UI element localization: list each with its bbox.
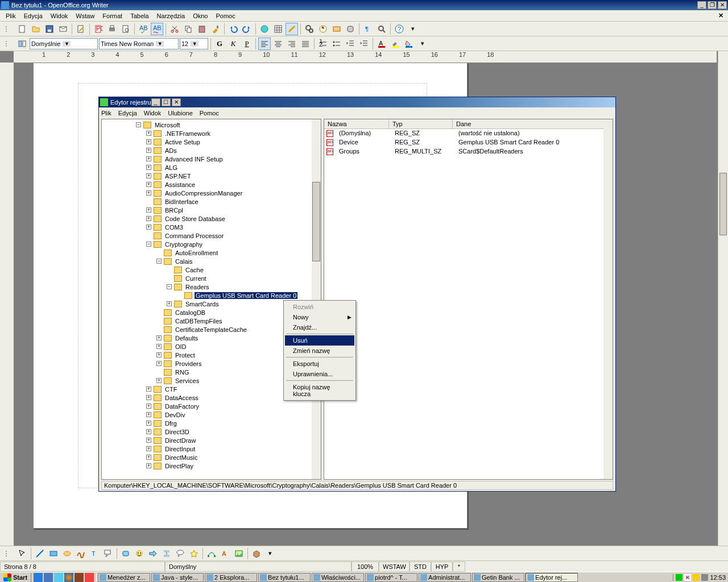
- italic-button[interactable]: K: [227, 38, 239, 50]
- line-button[interactable]: [34, 547, 46, 560]
- points-button[interactable]: [205, 547, 218, 560]
- bgcolor-button[interactable]: [403, 38, 415, 50]
- hyperlink-button[interactable]: [258, 23, 271, 35]
- menu-widok[interactable]: Widok: [47, 11, 72, 20]
- undo-button[interactable]: [227, 23, 239, 35]
- doc-close-button[interactable]: ✕: [716, 12, 726, 19]
- values-scrollbar[interactable]: [603, 119, 613, 479]
- value-row[interactable]: (Domyślna)REG_SZ(wartość nie ustalona): [324, 129, 613, 138]
- menu-format[interactable]: Format: [99, 11, 126, 20]
- task-button[interactable]: Administrat...: [419, 573, 471, 582]
- ellipse-button[interactable]: [61, 547, 73, 560]
- table-button[interactable]: [272, 23, 284, 35]
- highlight-button[interactable]: [389, 38, 402, 50]
- ql-firefox-icon[interactable]: [64, 573, 73, 582]
- scrollbar-thumb[interactable]: [719, 173, 727, 235]
- bold-button[interactable]: G: [213, 38, 226, 50]
- show-draw-button[interactable]: [286, 23, 298, 35]
- tree-node[interactable]: +Active Setup: [103, 138, 320, 146]
- fontsize-combo[interactable]: 12▼: [180, 38, 208, 49]
- menu-okno[interactable]: Okno: [189, 11, 211, 20]
- task-button[interactable]: Java - style...: [151, 573, 204, 582]
- font-color-button[interactable]: A: [375, 38, 388, 50]
- tree-scroll-thumb[interactable]: [312, 182, 320, 261]
- clock[interactable]: 12:53: [710, 574, 726, 581]
- status-hyp[interactable]: HYP: [431, 562, 453, 572]
- print-button[interactable]: [106, 23, 118, 35]
- tray-icon[interactable]: [676, 574, 682, 581]
- task-button[interactable]: Właściwości...: [312, 573, 364, 582]
- tree-node[interactable]: +DirectPlay: [103, 462, 320, 470]
- from-file-button[interactable]: [233, 547, 245, 560]
- ctx-permissions[interactable]: Uprawnienia...: [285, 369, 354, 379]
- underline-button[interactable]: P: [241, 38, 253, 50]
- copy-button[interactable]: [182, 23, 195, 35]
- tree-node[interactable]: Gemplus USB Smart Card Reader 0: [103, 291, 320, 300]
- arrow-shapes-button[interactable]: [147, 547, 159, 560]
- value-header[interactable]: Nazwa Typ Dane: [324, 119, 613, 129]
- task-button[interactable]: Getin Bank ...: [472, 573, 524, 582]
- tree-node[interactable]: AutoEnrollment: [103, 248, 320, 257]
- menu-tabela[interactable]: Tabela: [127, 11, 152, 20]
- redo-button[interactable]: [241, 23, 253, 35]
- reg-menu-widok[interactable]: Widok: [144, 110, 162, 117]
- vertical-ruler[interactable]: [0, 63, 14, 560]
- tree-node[interactable]: Current: [103, 274, 320, 282]
- menu-edycja[interactable]: Edycja: [20, 11, 46, 20]
- tree-node[interactable]: −Cryptography: [103, 240, 320, 248]
- registry-tree[interactable]: −Microsoft+.NETFramework+Active Setup+AD…: [101, 119, 321, 480]
- status-zoom[interactable]: 100%: [351, 562, 379, 572]
- tree-node[interactable]: −Calais: [103, 257, 320, 265]
- tree-node[interactable]: +DirectInput: [103, 444, 320, 453]
- reg-maximize-button[interactable]: ☐: [162, 98, 171, 106]
- restore-button[interactable]: ❐: [708, 1, 717, 9]
- tree-node[interactable]: +DataFactory: [103, 402, 320, 410]
- indent-button[interactable]: [358, 38, 370, 50]
- tree-node[interactable]: +Assistance: [103, 180, 320, 189]
- menu-narzedzia[interactable]: Narzędzia: [154, 11, 189, 20]
- task-button[interactable]: Edytor rej...: [526, 573, 578, 582]
- reg-menu-plik[interactable]: Plik: [101, 110, 111, 117]
- text-button[interactable]: T: [88, 547, 101, 560]
- tree-node[interactable]: +COM3: [103, 223, 320, 231]
- ql-gimp-icon[interactable]: [75, 573, 84, 582]
- tree-node[interactable]: +ASP.NET: [103, 172, 320, 180]
- basic-shapes-button[interactable]: [119, 547, 132, 560]
- ctx-copy-keyname[interactable]: Kopiuj nazwę klucza: [285, 382, 354, 399]
- preview-button[interactable]: [119, 23, 132, 35]
- reg-menu-ulubione[interactable]: Ulubione: [168, 110, 192, 117]
- toolbar-overflow-icon[interactable]: ▾: [407, 23, 419, 35]
- tree-node[interactable]: +AudioCompressionManager: [103, 189, 320, 197]
- reg-minimize-button[interactable]: _: [151, 98, 160, 106]
- tree-node[interactable]: Command Processor: [103, 231, 320, 240]
- tree-node[interactable]: +Advanced INF Setup: [103, 155, 320, 163]
- reg-menu-pomoc[interactable]: Pomoc: [200, 110, 219, 117]
- format-paintbrush-button[interactable]: [209, 23, 222, 35]
- tree-node[interactable]: −Microsoft: [103, 120, 320, 129]
- reg-menu-edycja[interactable]: Edycja: [118, 110, 137, 117]
- status-style[interactable]: Domyślny: [165, 562, 351, 572]
- horizontal-ruler[interactable]: 123456789101112131415161718: [14, 51, 717, 63]
- close-button[interactable]: ✕: [718, 1, 727, 9]
- callout-shapes-button[interactable]: [174, 547, 187, 560]
- registry-values[interactable]: Nazwa Typ Dane (Domyślna)REG_SZ(wartość …: [324, 119, 613, 480]
- export-pdf-button[interactable]: PDF: [92, 23, 105, 35]
- para-style-combo[interactable]: Domyślnie▼: [30, 38, 98, 49]
- save-button[interactable]: [43, 23, 56, 35]
- navigator-button[interactable]: [317, 23, 329, 35]
- rect-button[interactable]: [47, 547, 60, 560]
- ql-tool-icon[interactable]: [85, 573, 94, 582]
- cut-button[interactable]: [168, 23, 181, 35]
- value-row[interactable]: DeviceREG_SZGemplus USB Smart Card Reade…: [324, 138, 613, 147]
- task-button[interactable]: 2 Eksplora...: [205, 573, 257, 582]
- tree-node[interactable]: +Direct3D: [103, 427, 320, 436]
- gallery-button[interactable]: [330, 23, 343, 35]
- tree-node[interactable]: +ALG: [103, 163, 320, 172]
- find-button[interactable]: [303, 23, 316, 35]
- ctx-delete[interactable]: Usuń: [285, 335, 354, 346]
- spellcheck-button[interactable]: ABC: [137, 23, 150, 35]
- align-center-button[interactable]: [272, 38, 284, 50]
- value-row[interactable]: GroupsREG_MULTI_SZSCard$DefaultReaders: [324, 147, 613, 156]
- toolbar-overflow-icon[interactable]: ▾: [264, 547, 276, 560]
- tree-node[interactable]: Cache: [103, 265, 320, 274]
